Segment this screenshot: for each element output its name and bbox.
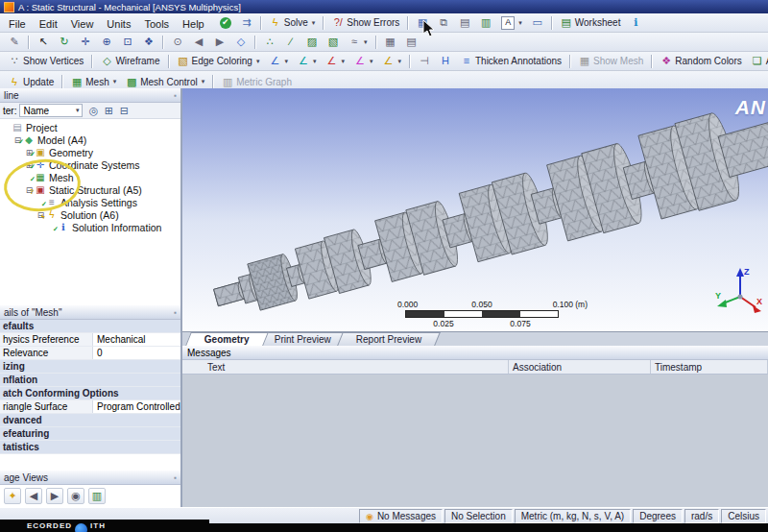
show-vertices-button[interactable]: ∵Show Vertices <box>4 54 88 68</box>
pin-icon[interactable]: ▪ <box>174 91 177 100</box>
show-errors-button[interactable]: ?/Show Errors <box>327 15 404 30</box>
comment-button[interactable]: ▭ <box>527 15 548 30</box>
copy-button[interactable]: ▤ <box>454 15 475 30</box>
category-label[interactable]: atch Conforming Options <box>0 387 180 399</box>
iso-view-button[interactable]: ◇ <box>230 35 252 49</box>
capture-image-button[interactable]: ◉ <box>67 488 84 504</box>
menu-units[interactable]: Units <box>100 17 137 31</box>
solve-button[interactable]: ϟSolve▾ <box>265 15 321 30</box>
info-button[interactable]: ℹ <box>625 15 646 30</box>
status-label: No Messages <box>377 511 436 521</box>
collapse-all-button[interactable]: ⊟ <box>116 105 132 117</box>
next-view-button[interactable]: ▶ <box>209 35 230 49</box>
previous-image-button[interactable]: ◀ <box>25 488 42 504</box>
tree-item-mesh[interactable]: ▦✓Mesh <box>0 171 180 183</box>
zoom-button[interactable]: ⊕ <box>96 35 117 49</box>
category-label[interactable]: izing <box>0 360 180 373</box>
property-value[interactable]: Mechanical <box>93 333 180 346</box>
thicken-annotations-button[interactable]: ≡Thicken Annotations <box>456 54 566 68</box>
property-value[interactable]: Program Controlled <box>93 400 180 413</box>
edge-direction-button[interactable]: ⊣ <box>414 54 435 68</box>
viewports-button[interactable]: ▦ <box>380 35 401 49</box>
body-select-icon: ▧ <box>327 36 339 47</box>
menu-help[interactable]: Help <box>176 17 211 31</box>
next-image-button[interactable]: ▶ <box>46 488 63 504</box>
mesh-connection-button[interactable]: Η <box>435 54 456 68</box>
filter-name-dropdown[interactable]: Name ▾ <box>19 104 83 117</box>
category-label[interactable]: dvanced <box>0 414 180 426</box>
z-arrowhead-icon <box>736 268 744 277</box>
random-colors-button[interactable]: ❖Random Colors <box>656 54 746 68</box>
tree-item-static-structural-a5[interactable]: ⊟▣?Static Structural (A5) <box>0 183 180 196</box>
tree-item-solution-a6[interactable]: ⊟ϟϟSolution (A6) <box>0 208 180 221</box>
tree-item-project[interactable]: ▤Project <box>0 121 180 133</box>
graphics-viewport[interactable]: AN 0.000 0.050 0.100 (m) 0.025 0.075 Z Y… <box>182 88 768 331</box>
tab-report-preview[interactable]: Report Preview <box>337 332 441 346</box>
export-image-button[interactable]: ▥ <box>88 488 106 504</box>
category-label[interactable]: nflation <box>0 374 180 386</box>
chart-button[interactable]: ▥ <box>475 15 496 30</box>
menu-edit[interactable]: Edit <box>33 17 64 31</box>
filter-search-button[interactable]: ◎ <box>85 105 101 117</box>
edge-type-1-button[interactable]: ∠▾ <box>264 54 293 68</box>
tree-item-geometry[interactable]: ⊞▣✓Geometry <box>0 146 180 158</box>
category-label[interactable]: tatistics <box>0 441 180 453</box>
title-bar[interactable]: A : Static Structural - Mechanical [ANSY… <box>0 0 768 13</box>
label-button[interactable]: ✎ <box>4 35 25 49</box>
section-plane-button[interactable]: ⧉ <box>433 15 454 30</box>
update-button[interactable]: ϟUpdate <box>4 75 59 89</box>
edge-type-2-button[interactable]: ∠▾ <box>293 54 322 68</box>
pointer-button[interactable]: ↖ <box>33 35 54 49</box>
mesh-control-button[interactable]: ▩Mesh Control▾ <box>121 75 209 89</box>
annotation-preferences-button[interactable]: ❏Annotation Preferences <box>747 54 768 68</box>
pin-icon[interactable]: ▪ <box>174 308 177 317</box>
solution-icon: ϟϟ <box>46 209 58 220</box>
edge-coloring-button[interactable]: ▧Edge Coloring▾ <box>173 54 265 68</box>
new-analysis-button[interactable]: ⇉ <box>236 15 257 30</box>
column-header-text[interactable]: Text <box>182 360 509 374</box>
tree-item-analysis-settings[interactable]: ≡✓Analysis Settings <box>0 196 180 208</box>
vertex-select-button[interactable]: ∴ <box>259 35 280 49</box>
previous-view-button[interactable]: ◀ <box>188 35 209 49</box>
face-select-button[interactable]: ▨ <box>301 35 323 49</box>
edge-type-5-button[interactable]: ∠▾ <box>377 54 406 68</box>
solve-ready-button[interactable]: ✔ <box>215 15 236 31</box>
property-value[interactable]: 0 <box>93 347 180 359</box>
tree-item-model-a4[interactable]: ⊟◆✓Model (A4) <box>0 133 180 146</box>
tree-item-solution-information[interactable]: ℹ✓Solution Information <box>0 221 180 233</box>
menu-tools[interactable]: Tools <box>137 17 176 31</box>
body-select-button[interactable]: ▧ <box>323 35 344 49</box>
category-label[interactable]: efaults <box>0 320 180 332</box>
status-degrees: Degrees <box>633 509 683 523</box>
zoom-box-button[interactable]: ⊡ <box>117 35 138 49</box>
status-celsius: Celsius <box>721 509 766 523</box>
menu-view[interactable]: View <box>64 17 101 31</box>
pan-button[interactable]: ✛ <box>75 35 96 49</box>
edge-type-3-button[interactable]: ∠▾ <box>321 54 349 68</box>
column-header-association[interactable]: Association <box>509 360 651 374</box>
new-figure-button[interactable]: ✦ <box>4 488 21 504</box>
worksheet-button[interactable]: ▤Worksheet <box>556 15 626 30</box>
tab-geometry[interactable]: Geometry <box>185 332 268 346</box>
annotation-button[interactable]: A▾ <box>496 14 527 32</box>
mesh-button[interactable]: ▦Mesh▾ <box>66 75 121 89</box>
menu-file[interactable]: File <box>2 17 33 31</box>
status-label: Metric (m, kg, N, s, V, A) <box>521 511 624 521</box>
column-header-timestamp[interactable]: Timestamp <box>651 360 768 374</box>
tree-item-label: Solution (A6) <box>60 209 119 221</box>
wireframe-button[interactable]: ◇Wireframe <box>96 54 164 68</box>
outline-filter-row: ter: Name ▾ ◎⊞⊟ <box>0 103 180 119</box>
category-label[interactable]: efeaturing <box>0 427 180 440</box>
edge-select-button[interactable]: ∕ <box>280 35 301 49</box>
tree-item-coordinate-systems[interactable]: ⊞✛✓Coordinate Systems <box>0 158 180 171</box>
fit-button[interactable]: ❖ <box>138 35 159 49</box>
magnifier-button[interactable]: ⊙ <box>167 35 188 49</box>
extend-selection-button[interactable]: ≈▾ <box>344 35 372 49</box>
orientation-triad[interactable]: Z Y X <box>714 264 766 318</box>
legend-button[interactable]: ▤ <box>401 35 422 49</box>
edge-type-4-button[interactable]: ∠▾ <box>349 54 378 68</box>
expand-all-button[interactable]: ⊞ <box>101 105 116 117</box>
tab-print-preview[interactable]: Print Preview <box>255 332 350 346</box>
pin-icon[interactable]: ▪ <box>174 473 177 482</box>
rotate-button[interactable]: ↻ <box>54 35 75 49</box>
